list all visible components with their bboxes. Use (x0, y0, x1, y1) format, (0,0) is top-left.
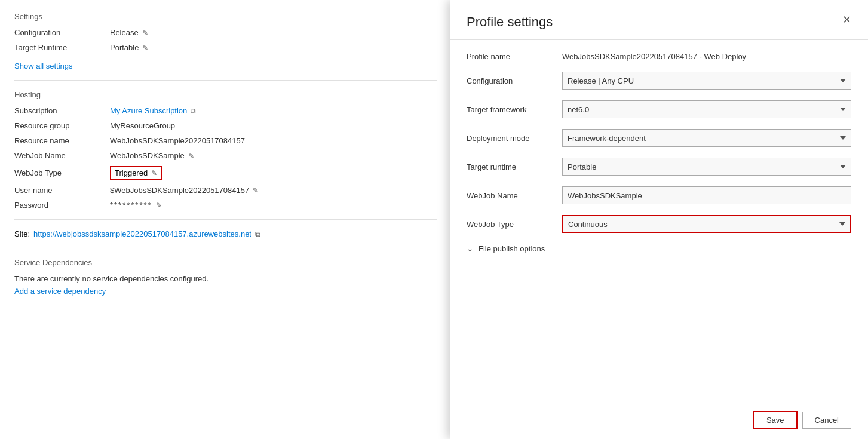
resource-name-row: Resource name WebJobsSDKSample2022051708… (14, 136, 437, 145)
target-runtime-value-group: Portable ✎ (110, 43, 148, 52)
config-value: Release (110, 28, 139, 37)
password-label: Password (14, 201, 110, 210)
webjob-type-value: Triggered (115, 168, 148, 177)
user-name-value-group: $WebJobsSDKSample20220517084157 ✎ (110, 186, 259, 195)
divider-3 (14, 248, 437, 248)
configuration-form-row: Configuration Release | Any CPU Debug | … (467, 72, 851, 90)
target-runtime-row: Target Runtime Portable ✎ (14, 43, 437, 52)
webjob-type-form-label: WebJob Type (467, 220, 562, 229)
webjob-type-form-row: WebJob Type Continuous Triggered (467, 215, 851, 233)
target-runtime-select[interactable]: Portable win-x64 win-x86 (562, 158, 851, 176)
user-name-value: $WebJobsSDKSample20220517084157 (110, 186, 249, 195)
divider-2 (14, 219, 437, 220)
service-dep-section: Service Dependencies There are currently… (14, 258, 437, 296)
password-value-group: ********** ✎ (110, 201, 162, 210)
show-all-settings-link[interactable]: Show all settings (14, 62, 73, 70)
target-framework-form-label: Target framework (467, 105, 562, 114)
save-button[interactable]: Save (753, 411, 798, 429)
profile-name-value: WebJobsSDKSample20220517084157 - Web Dep… (562, 52, 746, 61)
user-name-edit-icon[interactable]: ✎ (253, 186, 259, 195)
profile-name-row: Profile name WebJobsSDKSample20220517084… (467, 52, 851, 61)
close-button[interactable]: ✕ (842, 14, 851, 25)
panel-header: Profile settings ✕ (450, 0, 868, 40)
config-edit-icon[interactable]: ✎ (142, 29, 148, 37)
site-url[interactable]: https://webjobssdsksample20220517084157.… (33, 229, 251, 238)
settings-section-title: Settings (14, 12, 437, 21)
resource-name-label: Resource name (14, 136, 110, 145)
password-row: Password ********** ✎ (14, 201, 437, 210)
target-framework-form-row: Target framework net6.0 net5.0 netcoreap… (467, 100, 851, 118)
configuration-select[interactable]: Release | Any CPU Debug | Any CPU (562, 72, 851, 90)
add-dep-link[interactable]: Add a service dependency (14, 287, 106, 296)
panel-title: Profile settings (467, 14, 553, 30)
subscription-value-group: My Azure Subscription ⧉ (110, 106, 196, 115)
webjob-type-select[interactable]: Continuous Triggered (562, 215, 851, 233)
webjob-name-form-row: WebJob Name (467, 186, 851, 204)
profile-name-label: Profile name (467, 52, 562, 61)
target-framework-select[interactable]: net6.0 net5.0 netcoreapp3.1 (562, 100, 851, 118)
password-edit-icon[interactable]: ✎ (156, 201, 162, 210)
resource-name-value-group: WebJobsSDKSample20220517084157 (110, 136, 245, 145)
subscription-row: Subscription My Azure Subscription ⧉ (14, 106, 437, 115)
webjob-name-label: WebJob Name (14, 151, 110, 160)
target-runtime-label: Target Runtime (14, 43, 110, 52)
webjob-name-row: WebJob Name WebJobsSDKSample ✎ (14, 151, 437, 160)
divider-1 (14, 80, 437, 81)
panel-content: Profile name WebJobsSDKSample20220517084… (450, 40, 868, 401)
configuration-form-label: Configuration (467, 76, 562, 85)
no-dep-text: There are currently no service dependenc… (14, 274, 437, 283)
service-dep-title: Service Dependencies (14, 258, 437, 267)
file-publish-row: ⌄ File publish options (467, 244, 851, 253)
deployment-mode-form-row: Deployment mode Framework-dependent Self… (467, 129, 851, 147)
webjob-name-value: WebJobsSDKSample (110, 151, 185, 160)
resource-group-label: Resource group (14, 121, 110, 130)
webjob-type-label: WebJob Type (14, 168, 110, 177)
webjob-name-value-group: WebJobsSDKSample ✎ (110, 151, 194, 160)
cancel-button[interactable]: Cancel (802, 412, 851, 429)
subscription-value: My Azure Subscription (110, 106, 187, 115)
site-label: Site: (14, 229, 30, 238)
hosting-section-title: Hosting (14, 90, 437, 99)
password-value: ********** (110, 201, 152, 210)
file-publish-label: File publish options (479, 244, 545, 253)
site-row: Site: https://webjobssdsksample202205170… (14, 229, 437, 238)
webjob-type-edit-icon[interactable]: ✎ (151, 169, 157, 177)
resource-group-value-group: MyResourceGroup (110, 121, 175, 130)
left-panel: Settings Configuration Release ✎ Target … (0, 0, 451, 439)
subscription-copy-icon[interactable]: ⧉ (191, 107, 196, 115)
config-label: Configuration (14, 28, 110, 37)
target-runtime-value: Portable (110, 43, 139, 52)
config-value-group: Release ✎ (110, 28, 148, 37)
webjob-type-box: Triggered ✎ (110, 166, 162, 180)
target-runtime-form-row: Target runtime Portable win-x64 win-x86 (467, 158, 851, 176)
panel-footer: Save Cancel (450, 401, 868, 439)
webjob-type-row: WebJob Type Triggered ✎ (14, 166, 437, 180)
right-panel: Profile settings ✕ Profile name WebJobsS… (450, 0, 868, 439)
user-name-label: User name (14, 186, 110, 195)
resource-group-row: Resource group MyResourceGroup (14, 121, 437, 130)
webjob-name-form-label: WebJob Name (467, 191, 562, 200)
target-runtime-form-label: Target runtime (467, 162, 562, 171)
deployment-mode-select[interactable]: Framework-dependent Self-contained (562, 129, 851, 147)
chevron-down-icon[interactable]: ⌄ (467, 244, 474, 253)
webjob-name-edit-icon[interactable]: ✎ (188, 152, 194, 160)
subscription-label: Subscription (14, 106, 110, 115)
resource-group-value: MyResourceGroup (110, 121, 175, 130)
target-runtime-edit-icon[interactable]: ✎ (142, 44, 148, 52)
resource-name-value: WebJobsSDKSample20220517084157 (110, 136, 245, 145)
deployment-mode-form-label: Deployment mode (467, 134, 562, 143)
user-name-row: User name $WebJobsSDKSample2022051708415… (14, 186, 437, 195)
hosting-section: Hosting Subscription My Azure Subscripti… (14, 90, 437, 210)
webjob-name-input[interactable] (562, 186, 851, 204)
config-row: Configuration Release ✎ (14, 28, 437, 37)
site-copy-icon[interactable]: ⧉ (255, 230, 260, 238)
